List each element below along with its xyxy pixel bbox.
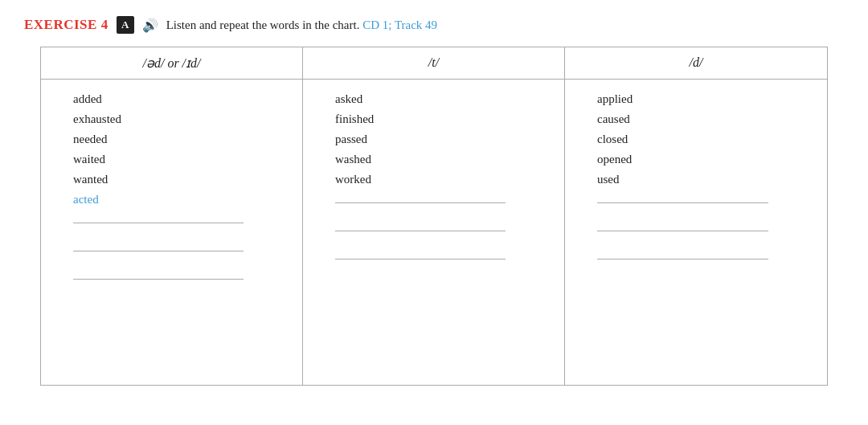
col1-blanks — [73, 216, 286, 375]
col-body-1: added exhausted needed waited wanted act… — [41, 80, 303, 385]
chart-body: added exhausted needed waited wanted act… — [41, 80, 827, 385]
word-worked: worked — [335, 170, 548, 190]
blank-line — [335, 259, 506, 259]
col-header-2: /t/ — [303, 47, 565, 79]
instruction-text: Listen and repeat the words in the chart… — [166, 18, 437, 32]
blank-line — [597, 202, 768, 203]
col-header-1: /əd/ or /ɪd/ — [41, 47, 303, 79]
blank-line — [73, 279, 244, 280]
blank-line — [335, 231, 506, 231]
chart-container: /əd/ or /ɪd/ /t/ /d/ added exhausted nee… — [40, 47, 828, 386]
word-asked: asked — [335, 89, 548, 109]
word-passed: passed — [335, 129, 548, 149]
col2-blanks — [335, 196, 548, 375]
chart-header-row: /əd/ or /ɪd/ /t/ /d/ — [41, 47, 827, 80]
word-finished: finished — [335, 109, 548, 129]
word-exhausted: exhausted — [73, 109, 286, 129]
word-applied: applied — [597, 89, 811, 109]
speaker-icon: 🔊 — [142, 18, 158, 33]
cd-ref: CD 1; Track 49 — [362, 18, 437, 31]
col-body-2: asked finished passed washed worked — [303, 80, 565, 385]
word-wanted: wanted — [73, 170, 286, 190]
blank-line — [73, 223, 244, 223]
blank-line — [335, 202, 506, 203]
word-used: used — [597, 170, 811, 190]
word-opened: opened — [597, 149, 811, 170]
word-needed: needed — [73, 129, 286, 149]
word-caused: caused — [597, 109, 811, 129]
word-added: added — [73, 89, 286, 109]
word-acted: acted — [73, 190, 286, 210]
word-waited: waited — [73, 149, 286, 170]
blank-line — [597, 259, 768, 259]
exercise-label: EXERCISE 4 — [24, 17, 108, 33]
col-header-3: /d/ — [565, 47, 827, 79]
icon-a: A — [117, 16, 134, 34]
col3-blanks — [597, 196, 811, 375]
blank-line — [597, 231, 768, 231]
blank-line — [73, 251, 244, 251]
exercise-header: EXERCISE 4 A 🔊 Listen and repeat the wor… — [24, 16, 844, 34]
word-washed: washed — [335, 149, 548, 170]
word-closed: closed — [597, 129, 811, 149]
col-body-3: applied caused closed opened used — [565, 80, 827, 385]
